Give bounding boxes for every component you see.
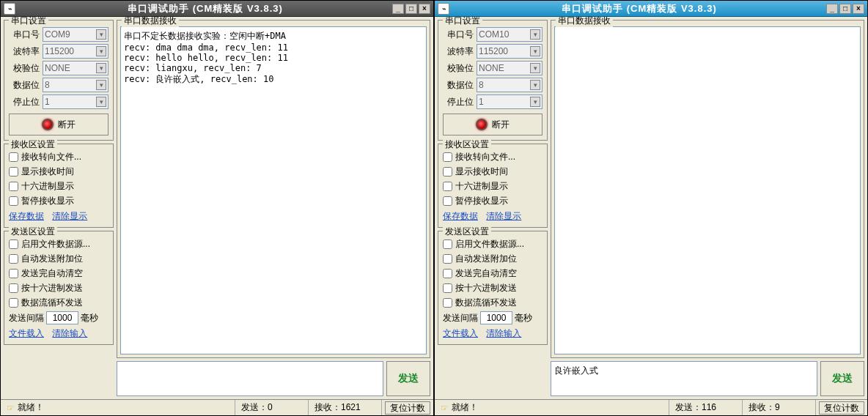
recv-opt-4-checkbox[interactable] (9, 196, 18, 206)
recv-opt-3-checkbox[interactable] (443, 182, 452, 191)
recv-opt-1-label: 接收转向文件... (21, 151, 81, 163)
group-legend: 发送区设置 (9, 226, 57, 238)
send-opt-1-checkbox[interactable] (443, 239, 452, 249)
send-button[interactable]: 发送 (820, 361, 864, 396)
save-data-link[interactable]: 保存数据 (9, 211, 44, 221)
baud-select[interactable]: 115200 ▾ (477, 44, 542, 59)
connection-led-icon (476, 119, 488, 130)
baud-select[interactable]: 115200 ▾ (43, 44, 108, 59)
recv-opt-4-checkbox[interactable] (443, 196, 452, 206)
send-opt-5-label: 数据流循环发送 (21, 297, 83, 309)
file-load-link[interactable]: 文件载入 (9, 328, 44, 338)
send-opt-2-label: 自动发送附加位 (21, 253, 83, 265)
parity-value: NONE (45, 63, 70, 73)
data-select[interactable]: 8 ▾ (477, 78, 542, 92)
titlebar: ⌁ 串口调试助手 (CM精装版 V3.8.3) _ □ × (1, 1, 433, 17)
baud-label: 波特率 (443, 45, 474, 58)
stop-label: 停止位 (9, 96, 40, 108)
port-select[interactable]: COM9 ▾ (43, 27, 108, 42)
port-value: COM10 (479, 29, 509, 40)
send-opt-1-checkbox[interactable] (9, 239, 18, 249)
recv-settings-group: 接收区设置 接收转向文件... 显示接收时间 十六进制显示 暂停接收显示 保存数… (4, 144, 114, 228)
send-opt-3-label: 发送完自动清空 (455, 267, 517, 280)
stop-select[interactable]: 1 ▾ (43, 94, 108, 109)
send-opt-5-checkbox[interactable] (9, 298, 18, 308)
parity-select[interactable]: NONE ▾ (477, 61, 542, 75)
clear-display-link[interactable]: 清除显示 (486, 211, 521, 221)
interval-input[interactable] (46, 311, 78, 324)
send-opt-3-checkbox[interactable] (443, 269, 452, 278)
window-title: 串口调试助手 (CM精装版 V3.8.3) (452, 2, 826, 15)
port-label: 串口号 (9, 29, 40, 41)
port-select[interactable]: COM10 ▾ (477, 27, 542, 42)
send-opt-3-label: 发送完自动清空 (21, 267, 83, 280)
close-button[interactable]: × (853, 4, 864, 14)
dropdown-arrow-icon: ▾ (96, 63, 106, 73)
stop-value: 1 (45, 97, 50, 107)
close-button[interactable]: × (419, 4, 430, 14)
recv-opt-3-checkbox[interactable] (9, 182, 18, 191)
parity-label: 校验位 (9, 62, 40, 75)
recv-textarea[interactable] (554, 26, 861, 354)
group-legend: 发送区设置 (443, 226, 491, 238)
send-opt-4-label: 按十六进制发送 (21, 282, 83, 294)
recv-opt-1-checkbox[interactable] (9, 152, 18, 162)
reset-counter-button[interactable]: 复位计数 (819, 401, 864, 415)
parity-value: NONE (479, 63, 504, 73)
disconnect-label: 断开 (58, 119, 76, 131)
send-opt-5-checkbox[interactable] (443, 298, 452, 308)
recv-opt-3-label: 十六进制显示 (455, 180, 508, 193)
clear-input-link[interactable]: 清除输入 (52, 328, 87, 338)
recv-textarea[interactable]: 串口不定长数据接收实验：空闲中断+DMA recv: dma dma dma, … (120, 26, 427, 354)
recv-opt-2-label: 显示接收时间 (21, 166, 74, 178)
port-settings-group: 串口设置 串口号 COM10 ▾ 波特率 115200 ▾ (438, 20, 548, 141)
maximize-button[interactable]: □ (839, 4, 851, 14)
interval-input[interactable] (480, 311, 512, 324)
app-icon: ⌁ (438, 3, 449, 15)
minimize-button[interactable]: _ (826, 4, 838, 14)
dropdown-arrow-icon: ▾ (530, 46, 540, 56)
reset-counter-button[interactable]: 复位计数 (385, 401, 430, 415)
connection-led-icon (42, 119, 54, 130)
recv-opt-3-label: 十六进制显示 (21, 180, 74, 193)
parity-label: 校验位 (443, 62, 474, 75)
minimize-button[interactable]: _ (392, 4, 404, 14)
send-opt-3-checkbox[interactable] (9, 269, 18, 278)
data-select[interactable]: 8 ▾ (43, 78, 108, 92)
send-input[interactable]: 良许嵌入式 (551, 361, 817, 396)
send-opt-4-checkbox[interactable] (443, 283, 452, 293)
clear-input-link[interactable]: 清除输入 (486, 328, 521, 338)
hand-icon: ☞ (441, 403, 449, 413)
send-opt-2-checkbox[interactable] (9, 254, 18, 264)
recv-opt-2-checkbox[interactable] (9, 167, 18, 177)
send-opt-2-checkbox[interactable] (443, 254, 452, 264)
parity-select[interactable]: NONE ▾ (43, 61, 108, 75)
send-settings-group: 发送区设置 启用文件数据源... 自动发送附加位 发送完自动清空 按十六进制发送… (4, 231, 114, 345)
maximize-button[interactable]: □ (405, 4, 417, 14)
interval-unit: 毫秒 (81, 312, 98, 324)
recv-opt-2-checkbox[interactable] (443, 167, 452, 177)
send-opt-4-label: 按十六进制发送 (455, 282, 517, 294)
file-load-link[interactable]: 文件载入 (443, 328, 478, 338)
recv-settings-group: 接收区设置 接收转向文件... 显示接收时间 十六进制显示 暂停接收显示 保存数… (438, 144, 548, 228)
send-opt-1-label: 启用文件数据源... (455, 238, 524, 250)
disconnect-button[interactable]: 断开 (443, 114, 542, 135)
save-data-link[interactable]: 保存数据 (443, 211, 478, 221)
data-value: 8 (479, 80, 484, 90)
dropdown-arrow-icon: ▾ (96, 29, 106, 40)
send-opt-2-label: 自动发送附加位 (455, 253, 517, 265)
recv-opt-4-label: 暂停接收显示 (21, 195, 74, 207)
group-legend: 串口设置 (443, 17, 482, 27)
send-opt-4-checkbox[interactable] (9, 283, 18, 293)
send-button[interactable]: 发送 (386, 361, 430, 396)
stop-select[interactable]: 1 ▾ (477, 94, 542, 109)
group-legend: 接收区设置 (9, 138, 57, 151)
recv-opt-1-checkbox[interactable] (443, 152, 452, 162)
disconnect-button[interactable]: 断开 (9, 114, 108, 135)
group-legend: 串口数据接收 (556, 17, 613, 27)
send-input[interactable] (117, 361, 383, 396)
status-sent: 发送：116 (669, 400, 743, 415)
clear-display-link[interactable]: 清除显示 (52, 211, 87, 221)
send-opt-1-label: 启用文件数据源... (21, 238, 90, 250)
disconnect-label: 断开 (492, 119, 510, 131)
